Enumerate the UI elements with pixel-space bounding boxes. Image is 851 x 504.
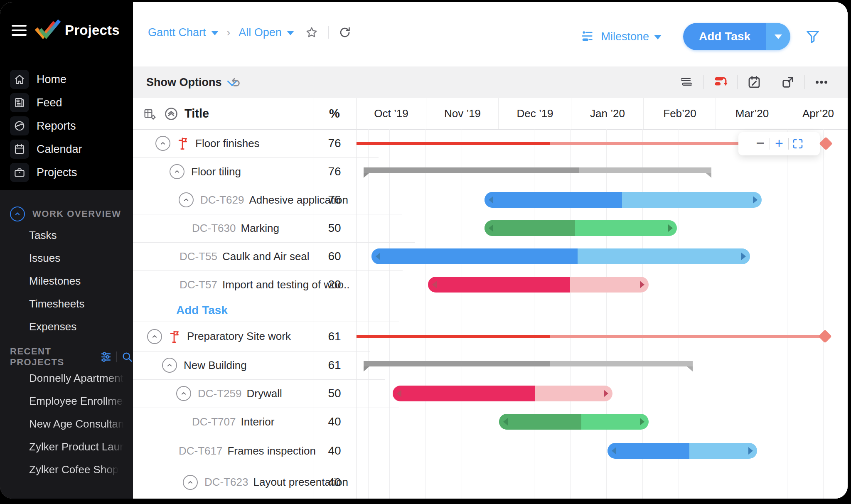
task-title-cell: DC-T630Marking [133,214,415,243]
add-task-dropdown-button[interactable] [766,23,790,50]
title-column-header: Title [133,98,313,129]
collapse-row-icon[interactable] [155,136,170,151]
breadcrumb-all-open[interactable]: All Open [239,26,294,39]
sidebar-project-new-age-consultancy[interactable]: New Age Consultancy [0,413,133,435]
sidebar-item-issues[interactable]: Issues [0,247,133,270]
fit-to-screen-button[interactable] [789,138,807,150]
recent-projects-list: Donnelly ApartmentsEmployee EnrollmentNe… [0,367,133,481]
task-name[interactable]: Frames inspection [227,445,315,457]
recent-projects-section: RECENT PROJECTS Donnelly ApartmentsEmplo… [0,347,133,481]
sidebar-project-zylker-cofee-shop[interactable]: Zylker Cofee Shop [0,458,133,481]
task-title-cell: Floor finishes [133,129,379,158]
sidebar-item-feed[interactable]: Feed [0,91,133,114]
task-title-cell: Preparatory Site work [133,322,370,352]
work-overview-title: WORK OVERVIEW [32,209,121,219]
main-area: Gantt Chart › All Open [133,2,848,499]
chevron-down-icon [654,35,662,39]
sidebar-item-calendar[interactable]: Calendar [0,138,133,161]
timeline-months: Oct ’19Nov ’19Dec ’19Jan ’20Feb’20Mar’20… [357,98,848,129]
refresh-icon[interactable] [338,26,352,39]
collapse-row-icon[interactable] [147,329,162,344]
add-task-button[interactable]: Add Task [683,23,766,50]
calendar-slash-icon[interactable] [743,75,765,90]
month-header: Dec ’19 [498,98,571,129]
task-title-cell: DC-T629Adhesive application [133,186,402,214]
breadcrumb-gantt-chart[interactable]: Gantt Chart [148,26,219,39]
task-name[interactable]: Layout presentation [253,476,348,488]
app-window: Projects HomeFeedReportsCalendarProjects… [0,2,848,499]
expand-icon[interactable] [777,75,799,90]
hamburger-menu-icon[interactable] [12,25,27,36]
task-title-cell: DC-T707Interior [133,408,415,436]
calendar-icon [10,140,29,159]
collapse-row-icon[interactable] [183,475,198,490]
task-name[interactable]: Caulk and Air seal [222,250,310,263]
month-header: Apr’20 [788,98,848,129]
collapse-row-icon[interactable] [170,164,184,179]
task-name[interactable]: Marking [241,222,279,234]
collapse-all-icon[interactable] [164,106,179,121]
task-rows: 76Floor finishes76Floor tiling76DC-T629A… [133,129,848,499]
task-name[interactable]: New Building [184,359,247,371]
chevron-down-icon [287,31,294,35]
add-task-split-button: Add Task [683,23,790,50]
month-header: Mar’20 [716,98,788,129]
sidebar-item-tasks[interactable]: Tasks [0,224,133,247]
home-icon [10,70,29,89]
sidebar-project-employee-enrollment[interactable]: Employee Enrollment [0,390,133,413]
task-title-cell: DC-T57Import and testing of woo.. [133,270,403,299]
zoom-in-button[interactable]: + [770,135,788,151]
task-name[interactable]: Floor finishes [195,137,260,150]
sidebar-item-timesheets[interactable]: Timesheets [0,293,133,315]
sidebar-item-projects[interactable]: Projects [0,161,133,184]
month-header: Oct ’19 [357,98,426,129]
column-settings-icon[interactable] [143,107,156,120]
task-name[interactable]: Drywall [246,387,282,400]
milestone-view-picker[interactable]: Milestone [580,30,662,44]
task-name[interactable]: Floor tiling [191,165,241,178]
task-name[interactable]: Preparatory Site work [187,330,291,342]
top-right-controls: Milestone Add Task [580,23,821,50]
collapse-section-icon[interactable] [10,207,25,221]
task-code: DC-T629 [200,194,244,206]
top-bar: Gantt Chart › All Open [133,2,848,66]
task-name[interactable]: Import and testing of woo.. [222,278,349,291]
filter-funnel-icon[interactable] [804,28,821,45]
sidebar-item-expenses[interactable]: Expenses [0,315,133,338]
sidebar-project-zylker-product-launch[interactable]: Zylker Product Launch [0,435,133,458]
task-code: DC-T55 [180,250,217,263]
gantt-bars-icon[interactable] [676,75,698,90]
task-name[interactable]: Adhesive application [249,194,348,206]
add-task-row-link[interactable]: Add Task [176,304,228,317]
favorite-star-icon[interactable] [305,26,318,39]
breadcrumb-separator-icon: › [227,26,231,39]
chevron-down-icon [775,34,782,39]
grid-header: Title % Oct ’19Nov ’19Dec ’19Jan ’20Feb’… [133,98,848,130]
sidebar-header: Projects [0,18,133,43]
sidebar-item-milestones[interactable]: Milestones [0,270,133,293]
collapse-row-icon[interactable] [162,358,177,373]
task-code: DC-T707 [192,415,236,428]
sidebar-item-home[interactable]: Home [0,68,133,91]
month-header: Jan ’20 [571,98,644,129]
undo-icon[interactable] [228,76,242,90]
sidebar-nav: HomeFeedReportsCalendarProjects [0,68,133,184]
collapse-row-icon[interactable] [176,386,191,401]
title-column-label: Title [184,107,209,120]
sidebar-project-donnelly-apartments[interactable]: Donnelly Apartments [0,367,133,390]
task-title-cell: DC-T55Caulk and Air seal [133,242,403,271]
work-overview-section: WORK OVERVIEW TasksIssuesMilestonesTimes… [0,204,133,338]
project-search-icon[interactable] [121,351,133,363]
project-filter-icon[interactable] [100,351,112,363]
collapse-row-icon[interactable] [179,192,194,207]
show-options-button[interactable]: Show Options [146,66,236,98]
zoom-out-button[interactable]: − [751,135,770,151]
task-name[interactable]: Interior [241,415,274,428]
critical-path-icon[interactable] [709,75,732,90]
milestone-flag-icon [168,329,180,344]
ellipsis-icon[interactable] [810,75,833,90]
milestone-flag-icon [176,136,189,150]
sidebar-item-reports[interactable]: Reports [0,114,133,138]
task-code: DC-T259 [198,387,241,400]
recent-projects-title: RECENT PROJECTS [10,346,94,368]
